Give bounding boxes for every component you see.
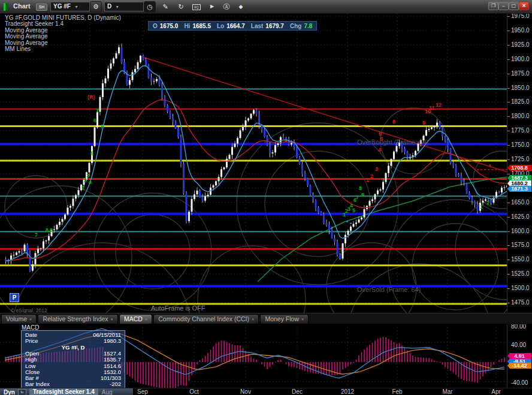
count-annotation: 4: [89, 180, 92, 185]
tab-macd[interactable]: MACD×: [119, 314, 152, 324]
candle-body: [331, 230, 333, 238]
pointer-mode-badge[interactable]: P: [10, 293, 19, 302]
price-tick-label: 1750.0: [511, 142, 530, 148]
candle-body: [428, 129, 430, 130]
macd-value-badge: 4.91: [507, 353, 531, 359]
overbought-label: OverBought (Frame: 64): [357, 138, 428, 146]
tooltip-label: Bar #: [25, 375, 39, 381]
price-tick-label: 1725.0: [511, 156, 530, 162]
candle-body: [13, 255, 15, 255]
tooltip-value: 1535.7: [104, 357, 121, 363]
x-axis-month-label: Apr: [491, 388, 501, 395]
price-tick-mark: [507, 59, 510, 60]
count-annotation: •: [489, 163, 491, 168]
legend-line[interactable]: MM Lines: [5, 46, 121, 52]
candle-body: [283, 137, 285, 138]
quote-window-button[interactable]: EQ: [191, 1, 202, 13]
eraser-button[interactable]: ◆: [235, 1, 247, 13]
refresh-icon: ↻: [178, 3, 183, 10]
candle-body: [161, 85, 163, 98]
macd-value-badge: -14.42: [507, 363, 531, 369]
price-tick-label: 1950.0: [511, 28, 530, 34]
chevron-down-icon[interactable]: ▼: [115, 5, 119, 9]
symbol-input[interactable]: YG #F▼: [50, 2, 90, 11]
quote-value: 1685.5: [192, 23, 211, 29]
count-annotation: 8: [392, 119, 395, 125]
symbol-settings-button[interactable]: ⚙: [90, 1, 102, 13]
candle-body: [355, 222, 357, 224]
candle-body: [304, 174, 306, 179]
price-tick-label: 1600.0: [511, 228, 530, 234]
candle-body: [445, 137, 446, 140]
candle-body: [215, 181, 217, 185]
refresh-button[interactable]: ↻: [175, 1, 187, 13]
candle-body: [220, 169, 222, 177]
candle-body: [140, 56, 141, 62]
candle-body: [463, 182, 465, 183]
interval-input[interactable]: D▼: [104, 2, 144, 11]
time-template-button[interactable]: ◷: [144, 1, 156, 13]
candle-body: [207, 195, 209, 196]
x-axis-month-label: Feb: [392, 388, 402, 395]
dynamic-mode-label[interactable]: Dyn: [4, 389, 15, 395]
candle-body: [337, 243, 338, 255]
candle-body: [191, 199, 193, 212]
auto-button[interactable]: Ⓐ: [220, 1, 232, 13]
price-tick-label: 1525.0: [511, 271, 530, 277]
price-tick-label: 1975.0: [511, 13, 530, 19]
candle-body: [474, 201, 476, 204]
chart-status-indicator-icon: [4, 2, 9, 10]
draw-button[interactable]: ✎: [159, 1, 171, 13]
minimize-button[interactable]: –: [498, 2, 509, 10]
price-tick-label: 1850.0: [511, 85, 530, 91]
candle-body: [326, 224, 328, 225]
candle-body: [172, 117, 174, 122]
candle-body: [129, 80, 131, 85]
tab-close-icon[interactable]: ×: [252, 316, 254, 322]
candle-body: [16, 252, 17, 255]
play-button[interactable]: ▶: [206, 1, 218, 13]
tab-money-flow[interactable]: Money Flow×: [260, 314, 309, 324]
tab-close-icon[interactable]: ×: [111, 316, 113, 322]
x-axis-month-label: Oct: [189, 388, 199, 395]
tab-volume[interactable]: Volume×: [1, 314, 37, 324]
candle-body: [180, 137, 182, 164]
candle-body: [199, 191, 201, 197]
restore-window-button[interactable]: ❐: [488, 2, 498, 10]
candle-body: [175, 122, 177, 128]
tooltip-row: Price1980.3: [25, 338, 121, 344]
tab-close-icon[interactable]: ×: [145, 316, 147, 322]
candle-body: [334, 238, 335, 242]
x-axis-month-label: Nov: [240, 388, 251, 395]
count-annotation: 7: [35, 233, 38, 238]
tab-relative-strength-index[interactable]: Relative Strength Index×: [38, 314, 118, 324]
close-button[interactable]: ✕: [519, 2, 529, 10]
status-icon[interactable]: fo: [18, 389, 26, 395]
candle-body: [186, 194, 188, 221]
candle-body: [299, 158, 301, 164]
time-axis-row[interactable]: Dyn fo Tradesight Seeker 1.4 Aug SepOctN…: [0, 388, 532, 395]
candle-body: [59, 222, 61, 225]
status-bar: Dyn fo Tradesight Seeker 1.4 Aug: [0, 388, 133, 395]
candle-body: [110, 64, 112, 69]
chevron-down-icon[interactable]: ▼: [74, 5, 78, 9]
count-annotation: 7: [96, 108, 99, 114]
candle-body: [240, 130, 241, 138]
oversold-label: OverSold (Frame: 64): [357, 286, 421, 293]
tab-close-icon[interactable]: ×: [301, 316, 304, 322]
tooltip-value: 1532.0: [104, 369, 121, 375]
tab-close-icon[interactable]: ×: [29, 316, 32, 322]
candle-body: [62, 219, 64, 221]
quote-label: Chg: [290, 23, 301, 29]
maximize-button[interactable]: ▢: [509, 2, 519, 10]
x-axis-month-label: Dec: [292, 388, 303, 395]
candle-body: [53, 229, 55, 230]
quote-bar: O1675.0Hi1685.5Lo1664.7Last1679.7Chg7.8: [148, 21, 317, 31]
candle-body: [385, 173, 387, 182]
candle-body: [234, 144, 236, 147]
candle-body: [307, 179, 309, 185]
price-tick-label: 1475.0: [511, 300, 530, 306]
seeker-status-label[interactable]: Tradesight Seeker 1.4: [29, 388, 98, 395]
tab-commodity-channel-index-cci-[interactable]: Commodity Channel Index (CCI)×: [153, 314, 259, 324]
price-tick-mark: [507, 45, 510, 46]
